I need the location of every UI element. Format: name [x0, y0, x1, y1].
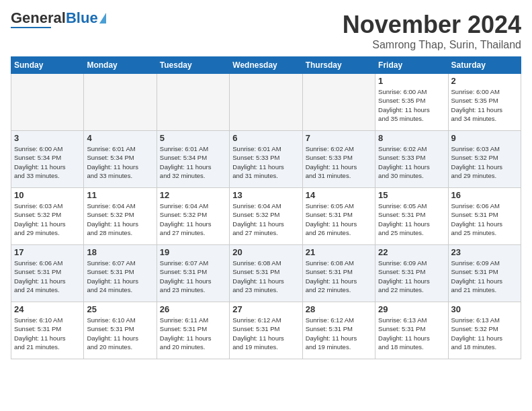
- calendar-day-cell: 7Sunrise: 6:02 AM Sunset: 5:33 PM Daylig…: [302, 131, 375, 188]
- calendar-day-cell: 16Sunrise: 6:06 AM Sunset: 5:31 PM Dayli…: [448, 188, 521, 245]
- day-info: Sunrise: 6:02 AM Sunset: 5:33 PM Dayligh…: [306, 144, 372, 180]
- day-info: Sunrise: 6:00 AM Sunset: 5:35 PM Dayligh…: [378, 87, 445, 123]
- logo-triangle-icon: [99, 13, 106, 24]
- day-number: 13: [232, 190, 299, 200]
- day-number: 22: [378, 247, 445, 257]
- day-info: Sunrise: 6:08 AM Sunset: 5:31 PM Dayligh…: [232, 259, 299, 294]
- calendar-day-cell: 13Sunrise: 6:04 AM Sunset: 5:32 PM Dayli…: [230, 188, 302, 245]
- calendar-day-cell: 29Sunrise: 6:13 AM Sunset: 5:31 PM Dayli…: [375, 302, 448, 359]
- calendar-day-cell: 23Sunrise: 6:09 AM Sunset: 5:31 PM Dayli…: [448, 245, 521, 302]
- day-info: Sunrise: 6:10 AM Sunset: 5:31 PM Dayligh…: [14, 316, 81, 351]
- weekday-header-sunday: Sunday: [11, 57, 84, 74]
- weekday-header-friday: Friday: [375, 57, 448, 74]
- day-info: Sunrise: 6:09 AM Sunset: 5:31 PM Dayligh…: [378, 259, 445, 294]
- day-number: 2: [451, 76, 518, 86]
- location-title: Samrong Thap, Surin, Thailand: [343, 39, 521, 51]
- day-info: Sunrise: 6:05 AM Sunset: 5:31 PM Dayligh…: [378, 201, 445, 237]
- calendar-day-cell: [11, 74, 84, 131]
- calendar-day-cell: 14Sunrise: 6:05 AM Sunset: 5:31 PM Dayli…: [302, 188, 375, 245]
- calendar-week-1: 1Sunrise: 6:00 AM Sunset: 5:35 PM Daylig…: [11, 74, 521, 131]
- day-info: Sunrise: 6:12 AM Sunset: 5:31 PM Dayligh…: [306, 316, 372, 351]
- calendar-day-cell: [302, 74, 375, 131]
- day-number: 9: [451, 133, 518, 143]
- calendar-day-cell: 3Sunrise: 6:00 AM Sunset: 5:34 PM Daylig…: [11, 131, 84, 188]
- calendar-day-cell: 19Sunrise: 6:07 AM Sunset: 5:31 PM Dayli…: [157, 245, 229, 302]
- calendar-day-cell: 9Sunrise: 6:03 AM Sunset: 5:32 PM Daylig…: [448, 131, 521, 188]
- day-number: 24: [14, 304, 81, 314]
- calendar-day-cell: 8Sunrise: 6:02 AM Sunset: 5:33 PM Daylig…: [375, 131, 448, 188]
- day-info: Sunrise: 6:07 AM Sunset: 5:31 PM Dayligh…: [160, 259, 226, 294]
- day-info: Sunrise: 6:06 AM Sunset: 5:31 PM Dayligh…: [451, 201, 518, 237]
- calendar-day-cell: 26Sunrise: 6:11 AM Sunset: 5:31 PM Dayli…: [157, 302, 229, 359]
- day-number: 27: [232, 304, 299, 314]
- calendar-week-2: 3Sunrise: 6:00 AM Sunset: 5:34 PM Daylig…: [11, 131, 521, 188]
- day-number: 14: [306, 190, 372, 200]
- weekday-header-saturday: Saturday: [448, 57, 521, 74]
- calendar-day-cell: [157, 74, 229, 131]
- day-info: Sunrise: 6:08 AM Sunset: 5:31 PM Dayligh…: [306, 259, 372, 294]
- day-number: 15: [378, 190, 445, 200]
- calendar-day-cell: [230, 74, 302, 131]
- day-number: 25: [87, 304, 153, 314]
- calendar-day-cell: 25Sunrise: 6:10 AM Sunset: 5:31 PM Dayli…: [84, 302, 157, 359]
- day-number: 26: [160, 304, 226, 314]
- calendar-day-cell: 30Sunrise: 6:13 AM Sunset: 5:32 PM Dayli…: [448, 302, 521, 359]
- day-info: Sunrise: 6:07 AM Sunset: 5:31 PM Dayligh…: [87, 259, 153, 294]
- calendar-day-cell: 4Sunrise: 6:01 AM Sunset: 5:34 PM Daylig…: [84, 131, 157, 188]
- day-info: Sunrise: 6:04 AM Sunset: 5:32 PM Dayligh…: [87, 201, 153, 237]
- day-info: Sunrise: 6:10 AM Sunset: 5:31 PM Dayligh…: [87, 316, 153, 351]
- day-number: 12: [160, 190, 226, 200]
- day-number: 1: [378, 76, 445, 86]
- weekday-header-row: SundayMondayTuesdayWednesdayThursdayFrid…: [11, 57, 521, 74]
- day-info: Sunrise: 6:00 AM Sunset: 5:34 PM Dayligh…: [14, 144, 81, 180]
- title-block: November 2024 Samrong Thap, Surin, Thail…: [343, 11, 521, 51]
- day-number: 29: [378, 304, 445, 314]
- calendar-day-cell: 6Sunrise: 6:01 AM Sunset: 5:33 PM Daylig…: [230, 131, 302, 188]
- day-info: Sunrise: 6:06 AM Sunset: 5:31 PM Dayligh…: [14, 259, 81, 294]
- page-header: GeneralBlue November 2024 Samrong Thap, …: [11, 11, 521, 51]
- calendar-day-cell: 15Sunrise: 6:05 AM Sunset: 5:31 PM Dayli…: [375, 188, 448, 245]
- day-number: 6: [232, 133, 299, 143]
- logo-blue: Blue: [66, 9, 98, 26]
- day-number: 20: [232, 247, 299, 257]
- calendar-day-cell: 2Sunrise: 6:00 AM Sunset: 5:35 PM Daylig…: [448, 74, 521, 131]
- day-info: Sunrise: 6:02 AM Sunset: 5:33 PM Dayligh…: [378, 144, 445, 180]
- weekday-header-tuesday: Tuesday: [157, 57, 229, 74]
- calendar-day-cell: 22Sunrise: 6:09 AM Sunset: 5:31 PM Dayli…: [375, 245, 448, 302]
- day-number: 8: [378, 133, 445, 143]
- day-number: 23: [451, 247, 518, 257]
- day-info: Sunrise: 6:04 AM Sunset: 5:32 PM Dayligh…: [160, 201, 226, 237]
- logo-text: GeneralBlue: [11, 11, 98, 26]
- calendar-day-cell: [84, 74, 157, 131]
- day-number: 17: [14, 247, 81, 257]
- calendar-day-cell: 24Sunrise: 6:10 AM Sunset: 5:31 PM Dayli…: [11, 302, 84, 359]
- day-number: 11: [87, 190, 153, 200]
- day-info: Sunrise: 6:05 AM Sunset: 5:31 PM Dayligh…: [306, 201, 372, 237]
- day-number: 19: [160, 247, 226, 257]
- calendar-week-5: 24Sunrise: 6:10 AM Sunset: 5:31 PM Dayli…: [11, 302, 521, 359]
- day-info: Sunrise: 6:03 AM Sunset: 5:32 PM Dayligh…: [14, 201, 81, 237]
- calendar-day-cell: 21Sunrise: 6:08 AM Sunset: 5:31 PM Dayli…: [302, 245, 375, 302]
- calendar-day-cell: 1Sunrise: 6:00 AM Sunset: 5:35 PM Daylig…: [375, 74, 448, 131]
- day-info: Sunrise: 6:01 AM Sunset: 5:33 PM Dayligh…: [232, 144, 299, 180]
- day-number: 30: [451, 304, 518, 314]
- calendar-day-cell: 11Sunrise: 6:04 AM Sunset: 5:32 PM Dayli…: [84, 188, 157, 245]
- day-info: Sunrise: 6:03 AM Sunset: 5:32 PM Dayligh…: [451, 144, 518, 180]
- calendar-day-cell: 28Sunrise: 6:12 AM Sunset: 5:31 PM Dayli…: [302, 302, 375, 359]
- day-number: 18: [87, 247, 153, 257]
- calendar-week-4: 17Sunrise: 6:06 AM Sunset: 5:31 PM Dayli…: [11, 245, 521, 302]
- day-number: 3: [14, 133, 81, 143]
- day-number: 16: [451, 190, 518, 200]
- calendar-day-cell: 18Sunrise: 6:07 AM Sunset: 5:31 PM Dayli…: [84, 245, 157, 302]
- day-info: Sunrise: 6:00 AM Sunset: 5:35 PM Dayligh…: [451, 87, 518, 123]
- day-info: Sunrise: 6:04 AM Sunset: 5:32 PM Dayligh…: [232, 201, 299, 237]
- calendar-week-3: 10Sunrise: 6:03 AM Sunset: 5:32 PM Dayli…: [11, 188, 521, 245]
- calendar-day-cell: 5Sunrise: 6:01 AM Sunset: 5:34 PM Daylig…: [157, 131, 229, 188]
- calendar-day-cell: 12Sunrise: 6:04 AM Sunset: 5:32 PM Dayli…: [157, 188, 229, 245]
- weekday-header-wednesday: Wednesday: [230, 57, 302, 74]
- day-info: Sunrise: 6:01 AM Sunset: 5:34 PM Dayligh…: [87, 144, 153, 180]
- day-info: Sunrise: 6:09 AM Sunset: 5:31 PM Dayligh…: [451, 259, 518, 294]
- calendar-day-cell: 27Sunrise: 6:12 AM Sunset: 5:31 PM Dayli…: [230, 302, 302, 359]
- day-number: 7: [306, 133, 372, 143]
- day-info: Sunrise: 6:12 AM Sunset: 5:31 PM Dayligh…: [232, 316, 299, 351]
